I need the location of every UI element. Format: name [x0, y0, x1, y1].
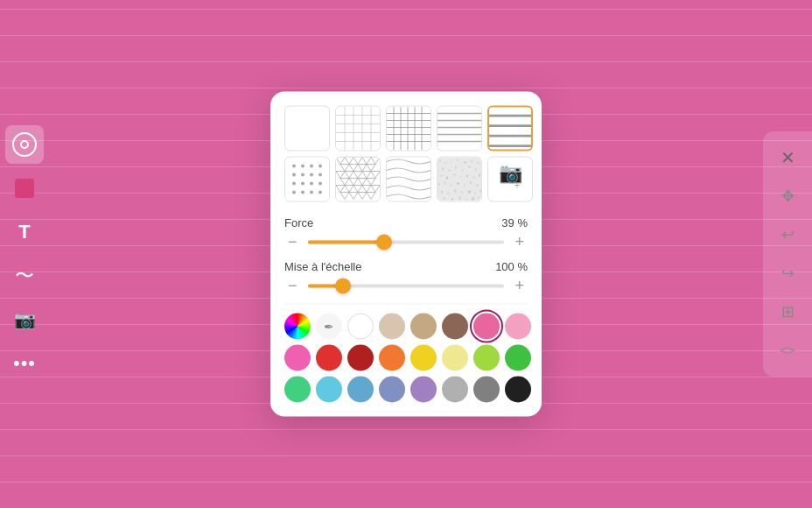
code-button[interactable]: <>: [770, 333, 805, 368]
svg-rect-0: [336, 107, 380, 151]
pattern-blank[interactable]: [284, 106, 330, 152]
svg-rect-26: [451, 161, 452, 164]
force-slider-track[interactable]: [308, 240, 505, 243]
undo-icon: ↩: [781, 225, 794, 244]
pattern-grid-medium[interactable]: [386, 106, 431, 152]
text-tool-button[interactable]: T: [5, 213, 44, 251]
color-hot-pink[interactable]: [284, 345, 311, 371]
undo-button[interactable]: ↩: [770, 217, 805, 252]
color-lime[interactable]: [473, 345, 500, 371]
svg-rect-59: [452, 199, 453, 201]
pattern-grid-light[interactable]: [335, 106, 381, 152]
svg-rect-57: [480, 190, 481, 193]
color-orange[interactable]: [379, 345, 405, 371]
color-gray[interactable]: [473, 377, 500, 403]
svg-rect-60: [458, 197, 461, 200]
color-cyan[interactable]: [316, 377, 342, 403]
svg-point-18: [301, 191, 304, 194]
svg-rect-25: [444, 163, 447, 164]
right-toolbar: ✕ ✥ ↩ ↪ ⊞ <>: [763, 131, 812, 377]
color-white[interactable]: [347, 314, 374, 340]
more-tool-button[interactable]: •••: [5, 344, 44, 383]
force-plus-button[interactable]: +: [511, 233, 528, 251]
svg-rect-31: [442, 168, 444, 171]
color-pink-selected[interactable]: [473, 314, 500, 340]
move-icon: ✥: [781, 187, 794, 206]
pattern-triangles[interactable]: [335, 157, 381, 202]
svg-rect-27: [457, 159, 458, 161]
svg-rect-47: [457, 183, 459, 185]
color-lavender[interactable]: [410, 377, 437, 403]
scale-slider-track[interactable]: [308, 284, 505, 287]
svg-rect-40: [460, 176, 462, 178]
layers-button[interactable]: ⊞: [770, 294, 805, 329]
force-label: Force: [284, 216, 313, 229]
svg-rect-38: [446, 177, 448, 180]
scale-plus-button[interactable]: +: [511, 277, 528, 295]
svg-point-6: [301, 165, 304, 168]
svg-point-7: [310, 165, 313, 168]
color-dark-red[interactable]: [347, 345, 374, 371]
scale-minus-button[interactable]: −: [284, 277, 301, 295]
pen-icon: [12, 132, 37, 157]
color-row-2: [284, 345, 528, 371]
code-icon: <>: [780, 343, 794, 357]
pattern-dots[interactable]: [284, 157, 330, 202]
svg-point-12: [318, 173, 322, 177]
text-t-icon: T: [18, 221, 30, 243]
svg-rect-62: [472, 198, 474, 201]
move-button[interactable]: ✥: [770, 179, 805, 214]
color-brown[interactable]: [442, 314, 468, 340]
close-button[interactable]: ✕: [770, 140, 805, 175]
color-mint[interactable]: [284, 377, 311, 403]
color-palette: ✒: [284, 314, 528, 403]
color-tool-button[interactable]: [5, 169, 44, 208]
pattern-add-photo[interactable]: 📷 +: [487, 157, 533, 202]
force-minus-button[interactable]: −: [284, 233, 301, 251]
eyedropper-button[interactable]: ✒: [316, 314, 342, 340]
scale-slider-controls: − +: [284, 277, 528, 295]
svg-point-19: [310, 191, 313, 194]
color-wheel-button[interactable]: [284, 314, 311, 340]
svg-rect-52: [447, 193, 450, 194]
color-pink-light[interactable]: [505, 314, 531, 340]
layers-icon: ⊞: [781, 302, 794, 321]
pattern-lines-horizontal[interactable]: [437, 106, 482, 152]
svg-rect-55: [468, 191, 471, 194]
color-black[interactable]: [505, 377, 531, 403]
camera-tool-button[interactable]: 📷: [5, 300, 44, 339]
svg-rect-46: [450, 185, 452, 187]
pattern-weave[interactable]: [386, 157, 431, 202]
svg-point-14: [301, 182, 304, 186]
pattern-lines-bold[interactable]: [487, 106, 533, 152]
effects-tool-button[interactable]: 〜: [5, 257, 44, 295]
svg-rect-61: [466, 199, 467, 201]
scale-value: 100 %: [495, 260, 528, 273]
svg-rect-37: [440, 175, 443, 177]
color-row-3: [284, 377, 528, 403]
svg-rect-43: [479, 174, 480, 177]
color-row-1: ✒: [284, 314, 528, 340]
redo-button[interactable]: ↪: [770, 256, 805, 291]
color-periwinkle[interactable]: [379, 377, 405, 403]
color-light-blue[interactable]: [347, 377, 374, 403]
left-toolbar: T 〜 📷 •••: [0, 115, 49, 393]
pattern-noise[interactable]: [437, 157, 482, 202]
svg-rect-58: [443, 198, 445, 200]
color-beige-light[interactable]: [379, 314, 405, 340]
force-slider-thumb[interactable]: [376, 234, 392, 250]
color-red[interactable]: [316, 345, 342, 371]
texture-panel: 📷 + Force 39 % − + Mise à l'échelle 100 …: [270, 92, 542, 417]
color-light-yellow[interactable]: [442, 345, 468, 371]
color-beige-medium[interactable]: [410, 314, 437, 340]
force-slider-fill: [308, 240, 385, 243]
scale-label: Mise à l'échelle: [284, 260, 361, 273]
more-dots-icon: •••: [13, 352, 36, 375]
plus-icon: +: [514, 180, 520, 192]
color-green[interactable]: [505, 345, 531, 371]
color-yellow[interactable]: [410, 345, 437, 371]
svg-rect-34: [462, 169, 463, 172]
scale-slider-thumb[interactable]: [335, 278, 351, 293]
pen-tool-button[interactable]: [5, 125, 44, 164]
color-light-gray[interactable]: [442, 377, 468, 403]
